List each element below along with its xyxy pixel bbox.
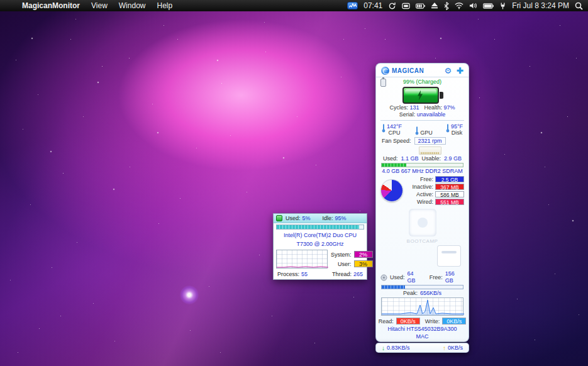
memory-used: 1.1 GB (401, 155, 418, 162)
legend-active: Active: 586 MB (407, 191, 464, 197)
disk-volume: MAC (376, 333, 469, 340)
download-speed: 0.83KB/s (387, 345, 410, 351)
process-count: Process:55 (277, 271, 308, 277)
bright-star-glow (180, 286, 199, 304)
legend-wired: Wired: 551 MB (407, 199, 464, 205)
magican-title: MAGICAN (392, 67, 424, 74)
disk-used: 64 GB (407, 270, 423, 284)
battery-gauge-icon[interactable] (416, 3, 425, 9)
ram-module-icon (419, 147, 441, 155)
cpu-widget-icon (276, 215, 282, 221)
gpu-temp-label: GPU (420, 130, 433, 136)
cpu-temp-group: 142°F CPU (382, 123, 402, 136)
cpu-used-label: Used: (286, 215, 301, 221)
memory-chart-row: Free: 2.5 GB Inactive: 367 MB Active: 58… (376, 175, 469, 206)
add-plus-icon[interactable]: ✚ (457, 67, 463, 75)
disk-temp-group: 95°F Disk (446, 123, 463, 136)
power-plug-icon[interactable] (499, 2, 506, 9)
cpu-widget-header: Used: 5% Idle: 95% (274, 214, 367, 223)
upload-speed: 0KB/s (448, 345, 463, 351)
cpu-user-label: User: (338, 261, 352, 267)
battery-stats-row: Cycles: 131 Health: 97% (376, 104, 469, 111)
wifi-icon[interactable] (455, 2, 463, 9)
uptime-clock[interactable]: 07:41 (363, 1, 382, 10)
disk-usage-row: Used: 64 GB Free: 156 GB (376, 270, 469, 284)
disk-temp-value: 95°F (451, 123, 463, 130)
cpu-used-value: 5% (302, 215, 311, 221)
menu-bar: MagicanMonitor View Window Help 07:41 (0, 0, 588, 11)
battery-graphic (401, 87, 444, 104)
magican-monitor-panel: MAGICAN ⚙ ✚ 99% (Charged) Cycles: 131 He… (375, 63, 469, 342)
cpu-idle-label: Idle: (323, 215, 333, 221)
menu-bar-clock[interactable]: Fri Jul 8 3:24 PM (512, 1, 569, 10)
disk-activity-graph (381, 297, 463, 316)
gpu-temp-group: GPU (415, 126, 433, 136)
disk-small-icon (380, 274, 387, 281)
cpu-usage-bar (276, 225, 364, 230)
desktop[interactable]: { "menu_bar": { "apple_logo": "", "app_n… (0, 0, 588, 366)
menu-view[interactable]: View (86, 0, 113, 11)
sync-icon[interactable] (388, 2, 396, 10)
menu-window[interactable]: Window (113, 0, 152, 11)
disk-write-value: 0KB/s (442, 318, 466, 324)
menu-bar-status-area: 07:41 Fri Jul 8 3:24 PM (347, 1, 583, 10)
eject-icon[interactable] (431, 3, 438, 9)
battery-status-text: 99% (Charged) (403, 79, 441, 85)
legend-free: Free: 2.5 GB (407, 176, 464, 182)
volume-icon[interactable] (469, 2, 477, 9)
cpu-user-row: User: 3% (331, 260, 373, 267)
battery-cycles: 131 (409, 104, 419, 111)
battery-icon[interactable] (483, 3, 494, 9)
network-speed-bar: ↓ 0.83KB/s ↑ 0KB/s (375, 343, 469, 353)
spotlight-icon[interactable] (575, 2, 583, 10)
memory-pie-chart (380, 179, 403, 202)
memory-spec: 4.0 GB 667 MHz DDR2 SDRAM (376, 168, 469, 175)
fan-speed-row: Fan Speed: 2321 rpm (376, 136, 469, 146)
settings-gear-icon[interactable]: ⚙ (444, 67, 452, 75)
battery-serial-row: Serial: unavailable (376, 111, 469, 118)
divider (380, 120, 464, 121)
battery-small-icon (380, 79, 386, 87)
disk-usage-bar (381, 285, 463, 289)
battery-health: 97% (444, 104, 455, 111)
disk-model: Hitachi HTS545032B9A300 (376, 325, 469, 333)
disk-free: 156 GB (445, 270, 464, 284)
memory-legend: Free: 2.5 GB Inactive: 367 MB Active: 58… (407, 176, 464, 205)
disk-images-area: BOOTCAMP (380, 208, 465, 269)
cpu-history-graph (276, 250, 328, 269)
mac-disk-image (437, 245, 461, 267)
cpu-temp-label: CPU (389, 130, 401, 136)
cpu-monitor-widget: Used: 5% Idle: 95% Intel(R) Core(TM)2 Du… (273, 213, 367, 280)
cpu-user-value: 3% (354, 260, 373, 267)
bootcamp-label: BOOTCAMP (380, 238, 465, 244)
bluetooth-icon[interactable] (444, 2, 449, 10)
cpu-temp-value: 142°F (387, 123, 402, 130)
cpu-system-value: 2% (354, 251, 373, 258)
thread-count: Thread:265 (332, 271, 363, 277)
read-write-row: Read: 0KB/s Write: 0KB/s (376, 316, 469, 325)
disk-thermometer-icon (446, 123, 450, 133)
upload-group: ↑ 0KB/s (443, 345, 463, 352)
fan-speed-value: 2321 rpm (414, 137, 446, 145)
memory-usage-row: Used: 1.1 GB Usable: 2.9 GB (376, 155, 469, 162)
apple-menu[interactable] (5, 0, 16, 11)
fan-speed-label: Fan Speed: (382, 138, 411, 144)
legend-inactive: Inactive: 367 MB (407, 184, 464, 190)
cpu-system-label: System: (331, 252, 352, 258)
peak-row: Peak: 656KB/s (376, 290, 469, 297)
menu-help[interactable]: Help (151, 0, 178, 11)
cpu-model-line2: T7300 @ 2.00GHz (274, 240, 367, 248)
magican-header: MAGICAN ⚙ ✚ (376, 65, 469, 77)
disk-temp-label: Disk (452, 130, 463, 136)
magican-logo-icon (381, 67, 389, 75)
gpu-thermometer-icon (415, 126, 419, 135)
battery-serial: unavailable (417, 111, 446, 118)
disk-read-value: 0KB/s (396, 318, 420, 324)
monitor-widget-icon[interactable] (347, 2, 358, 9)
upload-arrow-icon: ↑ (443, 345, 446, 352)
cpu-idle-value: 95% (335, 215, 347, 221)
battery-status-row: 99% (Charged) (376, 77, 469, 86)
display-icon[interactable] (402, 3, 410, 9)
ram-module-row (376, 146, 469, 155)
app-menu[interactable]: MagicanMonitor (16, 0, 86, 11)
